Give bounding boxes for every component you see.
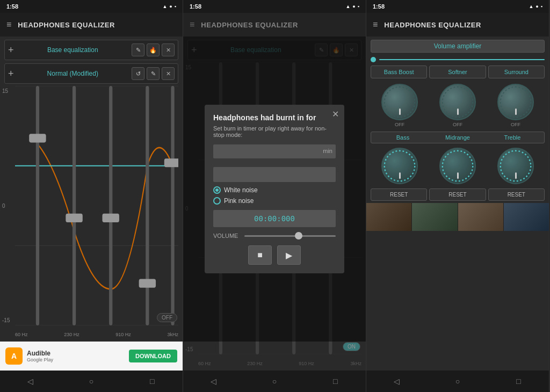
freq-230hz: 230 Hz (64, 332, 79, 337)
app-header-1: ≡ HEADPHONES EQUALIZER (0, 13, 183, 37)
vol-slider-row (371, 57, 545, 62)
close-icon-2[interactable]: ✕ (162, 67, 175, 80)
stop-button[interactable]: ■ (248, 245, 272, 265)
vol-track[interactable] (379, 59, 545, 60)
svg-point-35 (385, 151, 415, 181)
edit-icon-2[interactable]: ✎ (147, 67, 160, 80)
ad-text: Audible Google Play (27, 350, 125, 362)
back-btn-1[interactable]: ◁ (20, 377, 41, 386)
thumb-4[interactable] (504, 203, 549, 231)
recent-btn-3[interactable]: □ (508, 377, 529, 386)
reset-row: RESET RESET RESET (371, 188, 545, 201)
knob-2[interactable] (439, 84, 476, 120)
ad-banner-1: A Audible Google Play DOWNLOAD (0, 342, 183, 371)
knob-3-dots (498, 85, 533, 119)
flame-icon-1[interactable]: 🔥 (147, 43, 160, 56)
edit-icon-1[interactable]: ✎ (132, 43, 144, 56)
menu-icon-3[interactable]: ≡ (373, 20, 378, 30)
knob-2-dots (440, 85, 475, 119)
modal-minutes-input[interactable] (213, 144, 336, 158)
knob-6[interactable] (497, 148, 534, 184)
app-title-1: HEADPHONES EQUALIZER (18, 21, 114, 29)
vol-dot (371, 57, 376, 62)
tab-surround[interactable]: Surround (488, 66, 545, 78)
knob-1-dots (382, 85, 417, 119)
modal-volume-label: VOLUME (213, 233, 240, 239)
reset-btn-2[interactable]: RESET (429, 188, 486, 201)
phone-1: 1:58 ▲ ● ▪ ≡ HEADPHONES EQUALIZER + Base… (0, 0, 183, 392)
audible-logo: A (5, 347, 23, 365)
modal-radio-white[interactable]: White noise (213, 186, 336, 194)
volume-amp-label: Volume amplifier (434, 42, 482, 50)
freq-910hz: 910 Hz (115, 332, 131, 337)
back-btn-3[interactable]: ◁ (386, 377, 408, 386)
status-time-1: 1:58 (6, 3, 18, 10)
play-button[interactable]: ▶ (277, 245, 301, 265)
reset-btn-1[interactable]: RESET (371, 188, 427, 201)
menu-icon-2[interactable]: ≡ (190, 20, 194, 30)
tab-softner[interactable]: Softner (429, 66, 486, 78)
knob-section-labels: Bass Midrange Treble (371, 132, 545, 143)
radio-pink-noise[interactable] (213, 197, 221, 205)
status-time-2: 1:58 (190, 3, 201, 10)
eq-toggle-2[interactable]: ON (343, 342, 360, 351)
phone-3: 1:58 ▲ ● ▪ ≡ HEADPHONES EQUALIZER Volume… (366, 0, 549, 392)
modal-timer-input-row: min (213, 144, 336, 163)
battery-icon: ▪ (175, 4, 176, 9)
freq-3khz: 3kHz (167, 332, 178, 337)
ad-download-btn[interactable]: DOWNLOAD (129, 350, 177, 362)
status-bar-1: 1:58 ▲ ● ▪ (0, 0, 183, 13)
back-btn-2[interactable]: ◁ (203, 377, 225, 386)
svg-rect-17 (102, 214, 119, 222)
eq-label-0: 0 (2, 203, 10, 209)
close-icon-1[interactable]: ✕ (162, 43, 175, 56)
reset-btn-3[interactable]: RESET (488, 188, 545, 201)
modal-close-btn[interactable]: ✕ (332, 109, 339, 119)
knob-1[interactable] (381, 84, 418, 120)
volume-slider[interactable] (244, 235, 336, 237)
effects-tabs: Bass Boost Softner Surround (371, 66, 545, 78)
knob-5-container (439, 148, 476, 184)
volume-thumb[interactable] (295, 232, 302, 239)
home-btn-1[interactable]: ○ (81, 377, 102, 386)
radio-white-noise[interactable] (213, 186, 221, 194)
thumb-3[interactable] (458, 203, 504, 231)
knob-row-bottom (371, 148, 545, 184)
knob-5[interactable] (439, 148, 476, 184)
eq-toggle-1[interactable]: OFF (157, 313, 177, 322)
svg-rect-19 (164, 158, 178, 167)
preset-row-1: + Base equalization ✎ 🔥 ✕ (4, 40, 178, 60)
signal-icon: ● (169, 4, 172, 9)
modal-controls: ■ ▶ (213, 245, 336, 265)
preset-1-name: Base equalization (17, 46, 128, 54)
freq-60hz-2: 60 Hz (198, 361, 211, 366)
modal-radio-pink[interactable]: Pink noise (213, 197, 336, 205)
thumb-1[interactable] (366, 203, 412, 231)
modal-extra-input[interactable] (213, 167, 336, 182)
effects-panel: Volume amplifier Bass Boost Softner Surr… (366, 37, 549, 371)
recent-btn-1[interactable]: □ (141, 377, 163, 386)
knob-3[interactable] (497, 84, 534, 120)
home-btn-3[interactable]: ○ (447, 377, 468, 386)
section-treble-label: Treble (485, 134, 540, 141)
undo-icon-1[interactable]: ↺ (132, 67, 144, 80)
add-preset-btn-1[interactable]: + (8, 45, 14, 56)
tab-bass-boost[interactable]: Bass Boost (371, 66, 427, 78)
freq-910hz-2: 910 Hz (299, 361, 314, 366)
eq-y-labels: 15 0 -15 (2, 86, 10, 325)
thumb-2[interactable] (412, 203, 458, 231)
recent-btn-2[interactable]: □ (324, 377, 346, 386)
svg-point-33 (443, 87, 473, 117)
app-header-2: ≡ HEADPHONES EQUALIZER (183, 13, 366, 37)
add-preset-btn-2[interactable]: + (8, 68, 14, 79)
modal-timer-display: 00:00:000 (213, 210, 336, 227)
menu-icon-1[interactable]: ≡ (6, 20, 11, 30)
knob-2-label: OFF (453, 122, 462, 127)
eq-freq-labels-2: 60 Hz 230 Hz 910 Hz 3kHz (198, 361, 361, 366)
knob-4[interactable] (381, 148, 418, 184)
nav-bar-1: ◁ ○ □ (0, 371, 183, 392)
home-btn-2[interactable]: ○ (264, 377, 285, 386)
svg-point-34 (501, 87, 531, 117)
svg-rect-15 (29, 134, 46, 142)
phone-2: 1:58 ▲ ● ▪ ≡ HEADPHONES EQUALIZER + Base… (183, 0, 366, 392)
